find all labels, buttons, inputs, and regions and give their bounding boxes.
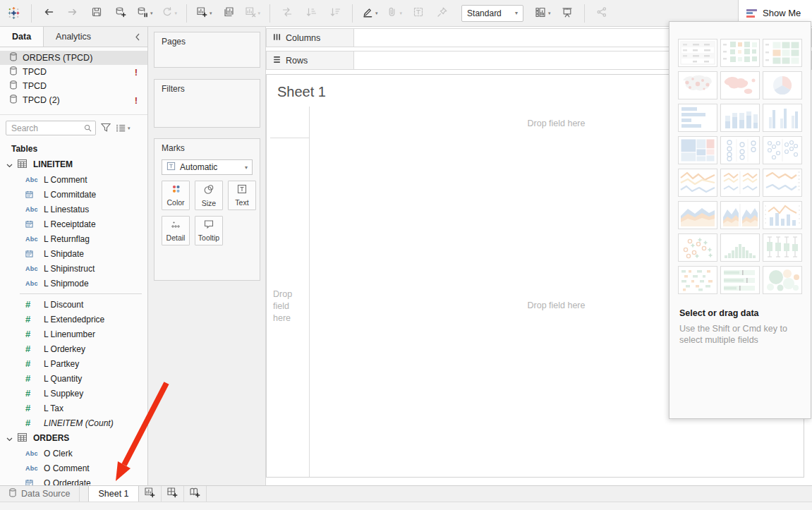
data-source-item[interactable]: TPCD (2)! [0,93,147,107]
dropdown-caret-icon[interactable]: ▾ [375,11,378,16]
table-group-orders[interactable]: ORDERS [0,430,147,446]
duplicate-sheet-button[interactable] [221,4,236,23]
data-source-item[interactable]: ORDERS (TPCD) [0,51,147,65]
dropdown-caret-icon[interactable]: ▾ [175,11,178,16]
field-item[interactable]: AbcL Comment [0,172,147,187]
showme-discrete-area-thumb[interactable] [720,201,760,229]
collapse-pane-icon[interactable] [128,27,147,47]
field-item[interactable]: #LINEITEM (Count) [0,415,147,430]
new-story-button[interactable] [184,486,207,502]
tooltip-button[interactable]: Tooltip [195,216,223,245]
data-source-item[interactable]: TPCD [0,79,147,93]
drop-zone-rows[interactable]: Drop field here [273,289,304,324]
field-item[interactable]: L Receiptdate [0,217,147,231]
sort-ascending-button[interactable] [303,4,319,23]
new-worksheet-button[interactable]: ▾ [196,4,212,23]
chevron-down-icon[interactable] [6,432,13,444]
showme-box-and-whisker-thumb[interactable] [763,233,802,262]
dropdown-caret-icon[interactable]: ▾ [150,11,153,16]
group-members-button[interactable]: ▾ [387,4,403,23]
field-item[interactable]: AbcO Comment [0,461,147,475]
field-item[interactable]: L Shipdate [0,246,147,261]
new-data-source-button[interactable] [113,4,128,23]
showme-text-table-thumb[interactable] [678,39,717,67]
save-button[interactable] [89,4,104,23]
showme-side-by-side-bars-thumb[interactable] [763,104,802,132]
text-button[interactable]: Text [228,181,256,210]
new-worksheet-button[interactable] [139,486,162,502]
showme-horizontal-bars-thumb[interactable] [678,104,717,132]
search-input[interactable] [10,123,84,134]
mark-type-dropdown[interactable]: Automatic ▾ [162,159,253,175]
field-item[interactable]: AbcL Shipmode [0,276,147,291]
pause-auto-updates-button[interactable]: ▾ [137,4,153,23]
field-item[interactable]: #L Quantity [0,371,147,386]
show-mark-labels-button[interactable] [411,4,426,23]
view-options-icon[interactable]: ▾ [116,124,131,132]
table-group-lineitem[interactable]: LINEITEM [0,157,147,172]
showme-side-by-side-circles-thumb[interactable] [763,136,802,164]
field-item[interactable]: #L Partkey [0,356,147,371]
tab-analytics[interactable]: Analytics [44,27,103,47]
showme-continuous-area-thumb[interactable] [678,201,717,229]
dropdown-caret-icon[interactable]: ▾ [210,11,212,16]
undo-button[interactable] [41,4,56,23]
run-update-button[interactable]: ▾ [162,4,178,23]
field-item[interactable]: AbcL Linestatus [0,202,147,217]
showme-bullet-graph-thumb[interactable] [720,266,760,294]
field-item[interactable]: #L Discount [0,297,147,312]
showme-discrete-lines-thumb[interactable] [720,169,760,197]
chevron-down-icon[interactable] [6,158,13,171]
showme-packed-bubbles-thumb[interactable] [763,266,802,294]
search-input-box[interactable] [6,121,96,135]
redo-button[interactable] [65,4,80,23]
showme-circle-views-thumb[interactable] [720,136,760,164]
filter-fields-icon[interactable] [101,122,111,135]
showme-histogram-thumb[interactable] [720,233,760,262]
showme-scatter-plot-thumb[interactable] [678,233,717,262]
pages-card[interactable]: Pages [154,32,260,68]
color-button[interactable]: Color [162,181,190,210]
presentation-mode-button[interactable] [559,4,575,23]
field-item[interactable]: #L Orderkey [0,341,147,356]
showme-heat-map-thumb[interactable] [720,39,760,67]
showme-continuous-lines-thumb[interactable] [678,169,717,197]
highlight-button[interactable]: ▾ [362,4,378,23]
showme-pie-chart-thumb[interactable] [763,71,802,99]
showme-highlight-table-thumb[interactable] [763,39,802,67]
fit-select[interactable]: Standard▾ [461,5,523,22]
field-item[interactable]: #L Tax [0,401,147,415]
size-button[interactable]: Size [195,181,223,210]
field-item[interactable]: AbcL Shipinstruct [0,261,147,276]
detail-button[interactable]: Detail [162,216,190,245]
showme-treemap-thumb[interactable] [678,136,717,164]
tab-data[interactable]: Data [0,27,44,47]
field-item[interactable]: #L Suppkey [0,386,147,401]
dropdown-caret-icon[interactable]: ▾ [548,11,551,16]
showme-gantt-thumb[interactable] [678,266,717,294]
field-item[interactable]: #L Extendedprice [0,312,147,327]
show-hide-cards-button[interactable]: ▾ [535,4,551,23]
showme-stacked-bars-thumb[interactable] [720,104,760,132]
data-source-item[interactable]: TPCD! [0,65,147,79]
showme-dual-lines-thumb[interactable] [763,169,802,197]
fix-axes-button[interactable] [435,4,450,23]
clear-sheet-button[interactable]: ▾ [245,4,261,23]
filters-card[interactable]: Filters [154,79,260,128]
swap-rows-columns-button[interactable] [279,4,295,23]
showme-dual-combination-thumb[interactable] [763,201,802,229]
sort-descending-button[interactable] [327,4,343,23]
dropdown-caret-icon[interactable]: ▾ [400,11,403,16]
sheet-1-tab[interactable]: Sheet 1 [88,486,138,502]
field-item[interactable]: AbcL Returnflag [0,231,147,246]
dropdown-caret-icon[interactable]: ▾ [258,11,261,16]
showme-symbol-map-thumb[interactable] [678,71,717,99]
field-item[interactable]: O Orderdate [0,475,147,485]
share-button[interactable] [594,4,610,23]
field-item[interactable]: #L Linenumber [0,327,147,341]
field-item[interactable]: AbcO Clerk [0,446,147,461]
field-item[interactable]: L Commitdate [0,187,147,202]
showme-filled-map-thumb[interactable] [720,71,760,99]
new-dashboard-button[interactable] [162,486,184,502]
data-source-tab[interactable]: Data Source [0,486,80,502]
